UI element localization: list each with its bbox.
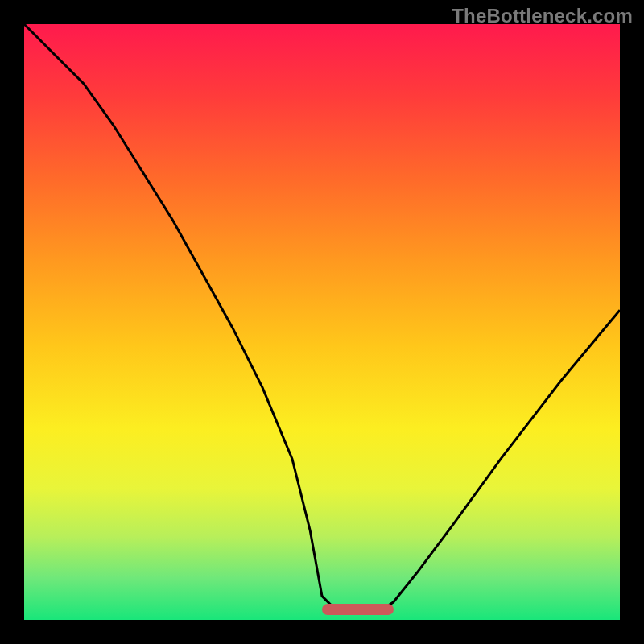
valley-marker — [322, 604, 394, 615]
watermark-text: TheBottleneck.com — [452, 5, 633, 27]
curve-path — [24, 24, 620, 614]
bottleneck-curve — [24, 24, 620, 620]
plot-area — [24, 24, 620, 620]
chart-frame: TheBottleneck.com — [0, 0, 644, 644]
